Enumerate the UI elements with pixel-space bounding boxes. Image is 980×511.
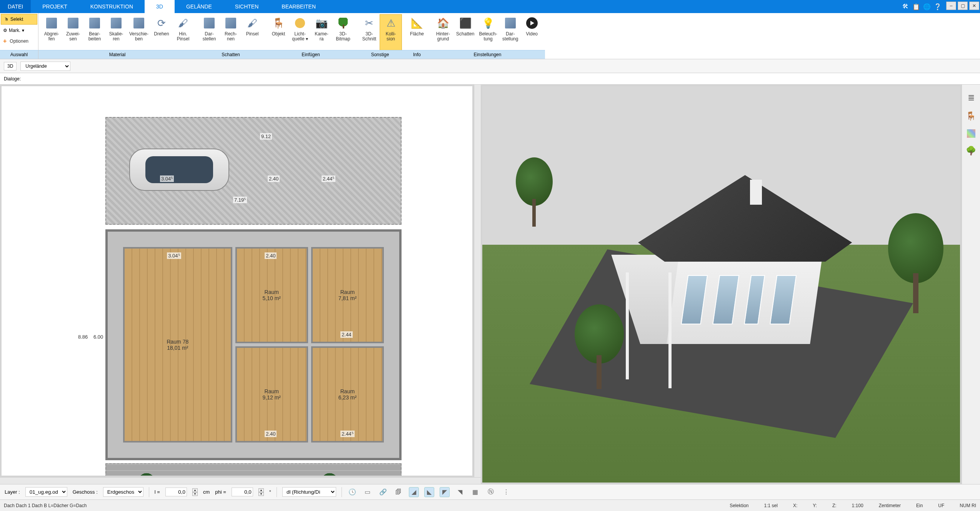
- room-78[interactable]: Raum 7818,01 m² 3.04⁵: [123, 247, 232, 443]
- menu-icon[interactable]: ⋮: [501, 487, 511, 497]
- furniture-icon[interactable]: 🪑: [966, 111, 977, 122]
- dbitmap-icon: [336, 16, 350, 30]
- phi-input[interactable]: [232, 488, 253, 496]
- close-button[interactable]: ✕: [969, 2, 979, 10]
- schatten-icon: ⬛: [458, 16, 472, 30]
- ribbon-btn-beleuchtung[interactable]: 💡Beleuch-tung: [477, 15, 499, 50]
- snap1-icon[interactable]: ◢: [409, 487, 419, 497]
- globe-icon[interactable]: 🌐: [923, 3, 931, 10]
- layer-label: Layer :: [5, 489, 20, 495]
- tree-icon: [881, 213, 950, 313]
- ribbon-btn-schatten[interactable]: ⬛Schatten: [454, 15, 477, 50]
- kollision-icon: ⚠: [384, 16, 398, 30]
- ribbon-btn-label: Drehen: [154, 32, 169, 37]
- ribbon-btn-label: Hinter-grund: [436, 32, 450, 42]
- room-5[interactable]: Raum6,23 m² 2.44⁵: [311, 346, 384, 443]
- snap2-icon[interactable]: ◣: [424, 487, 434, 497]
- ribbon-btn-skalieren[interactable]: Skalie-ren: [105, 15, 127, 50]
- status-sel-ratio: 1:1 sel: [764, 503, 778, 508]
- terrain-select[interactable]: Urgelände: [20, 62, 70, 71]
- ribbon-btn-darstellung[interactable]: Dar-stellung: [500, 15, 521, 50]
- ribbon-btn-label: Pinsel: [246, 32, 259, 37]
- ribbon-btn-dschnitt[interactable]: ✂3D-Schnitt: [358, 15, 380, 50]
- darstellung-icon: [503, 16, 517, 30]
- objekt-icon: 🪑: [272, 16, 285, 30]
- phi-spinner[interactable]: ▴▾: [258, 488, 264, 496]
- menu-datei[interactable]: DATEI: [0, 0, 31, 13]
- ribbon-btn-bearbeiten[interactable]: Bear-beiten: [84, 15, 105, 50]
- ribbon-btn-abgreifen[interactable]: Abgrei-fen: [41, 15, 62, 50]
- parking-area: 9.12 3.04⁵ 7.19⁵ 2.40 2.44⁵: [105, 117, 402, 225]
- maximize-button[interactable]: ▢: [958, 2, 968, 10]
- dl-select[interactable]: dl (Richtung/Di: [282, 487, 336, 497]
- materials-icon[interactable]: [967, 129, 975, 138]
- ribbon-btn-hintergrund[interactable]: 🏠Hinter-grund: [432, 15, 454, 50]
- tools-icon[interactable]: 🛠: [902, 3, 909, 10]
- optionen-button[interactable]: Optionen: [0, 35, 38, 47]
- ribbon-btn-zuweisen[interactable]: Zuwei-sen: [62, 15, 84, 50]
- horizontal-scrollbar-left[interactable]: [0, 477, 481, 484]
- snap4-icon[interactable]: ◥: [455, 487, 465, 497]
- ribbon-btn-dbitmap[interactable]: 3D-Bitmap: [332, 15, 354, 50]
- terrace-area: 9.12: [105, 463, 402, 476]
- menu-3d[interactable]: 3D: [145, 0, 175, 13]
- view-selector-bar: 3D Urgelände: [0, 59, 980, 73]
- ribbon-btn-drehen[interactable]: ⟳Drehen: [151, 15, 172, 50]
- ribbon-btn-pinsel[interactable]: 🖌Pinsel: [242, 15, 263, 50]
- snap3-icon[interactable]: ◤: [440, 487, 450, 497]
- ribbon-btn-lichtquelle[interactable]: Licht-quelle ▾: [289, 15, 311, 50]
- lichtquelle-icon: [293, 16, 307, 30]
- clock-icon[interactable]: 🕓: [347, 487, 357, 497]
- copy-icon[interactable]: 🗐: [393, 487, 403, 497]
- link-icon[interactable]: 🔗: [378, 487, 388, 497]
- help-icon[interactable]: ❔: [934, 3, 942, 10]
- room-3[interactable]: Raum7,81 m² 2.44: [311, 247, 384, 343]
- l-input[interactable]: [165, 488, 187, 496]
- ribbon-btn-video[interactable]: Video: [521, 15, 543, 50]
- layer-select[interactable]: 01_ug.eg.od: [25, 487, 67, 497]
- l-unit: cm: [203, 489, 210, 495]
- menu-sichten[interactable]: SICHTEN: [223, 0, 270, 13]
- room-2[interactable]: Raum5,10 m² 2.40: [235, 247, 308, 343]
- ribbon-btn-objekt[interactable]: 🪑Objekt: [268, 15, 289, 50]
- 2d-plan-view[interactable]: 9.12 3.04⁵ 7.19⁵ 2.40 2.44⁵ Raum 7818,01…: [2, 86, 472, 476]
- ribbon-group-sonstige: ✂3D-Schnitt⚠Kolli-sionSonstige: [356, 13, 404, 59]
- ribbon-btn-kamera[interactable]: 📷Kame-ra: [311, 15, 332, 50]
- geschoss-select[interactable]: Erdgeschos: [103, 487, 143, 497]
- chimney: [750, 180, 762, 205]
- flche-icon: 📐: [410, 16, 424, 30]
- rectangle-icon[interactable]: ▭: [363, 487, 373, 497]
- 3d-view[interactable]: [482, 86, 960, 483]
- menu-projekt[interactable]: PROJEKT: [31, 0, 79, 13]
- layers-icon[interactable]: ≣: [966, 92, 977, 103]
- clipboard-icon[interactable]: 📋: [912, 3, 920, 10]
- ribbon-btn-verschieben[interactable]: Verschie-ben: [127, 15, 151, 50]
- selekt-button[interactable]: 🖱 Selekt: [1, 14, 37, 25]
- north-icon[interactable]: Ⓝ: [486, 487, 496, 497]
- title-icons: 🛠 📋 🌐 ❔: [902, 0, 945, 13]
- mark-button[interactable]: ⚙ Mark. ▾: [0, 25, 38, 35]
- ribbon-btn-rechnen[interactable]: Rech-nen: [220, 15, 242, 50]
- hinpinsel-icon: 🖌: [176, 16, 190, 30]
- ribbon-btn-flche[interactable]: 📐Fläche: [406, 15, 428, 50]
- menu-konstruktion[interactable]: KONSTRUKTION: [79, 0, 145, 13]
- menu-gelaende[interactable]: GELÄNDE: [175, 0, 223, 13]
- ribbon-btn-darstellen[interactable]: Dar-stellen: [198, 15, 220, 50]
- ribbon-group-label: Sonstige: [356, 50, 404, 59]
- vertical-scrollbar-left[interactable]: [474, 85, 481, 477]
- plants-icon[interactable]: 🌳: [966, 145, 977, 156]
- ribbon-btn-label: Beleuch-tung: [479, 32, 497, 42]
- ribbon-group-label-auswahl: Auswahl: [0, 50, 38, 59]
- ribbon-btn-kollision[interactable]: ⚠Kolli-sion: [380, 15, 402, 50]
- menu-bearbeiten[interactable]: BEARBEITEN: [270, 0, 327, 13]
- ribbon-btn-label: Kolli-sion: [386, 32, 396, 42]
- room-4[interactable]: Raum9,12 m² 2.40: [235, 346, 308, 443]
- beleuchtung-icon: 💡: [481, 16, 495, 30]
- ribbon-btn-hinpinsel[interactable]: 🖌Hin.Pinsel: [172, 15, 194, 50]
- l-spinner[interactable]: ▴▾: [192, 488, 198, 496]
- ribbon-group-info: 📐FlächeInfo: [404, 13, 430, 59]
- ribbon-btn-label: Licht-quelle ▾: [292, 32, 308, 42]
- dim-label: 2.40: [268, 175, 280, 182]
- grid-icon[interactable]: ▦: [470, 487, 480, 497]
- minimize-button[interactable]: –: [946, 2, 956, 10]
